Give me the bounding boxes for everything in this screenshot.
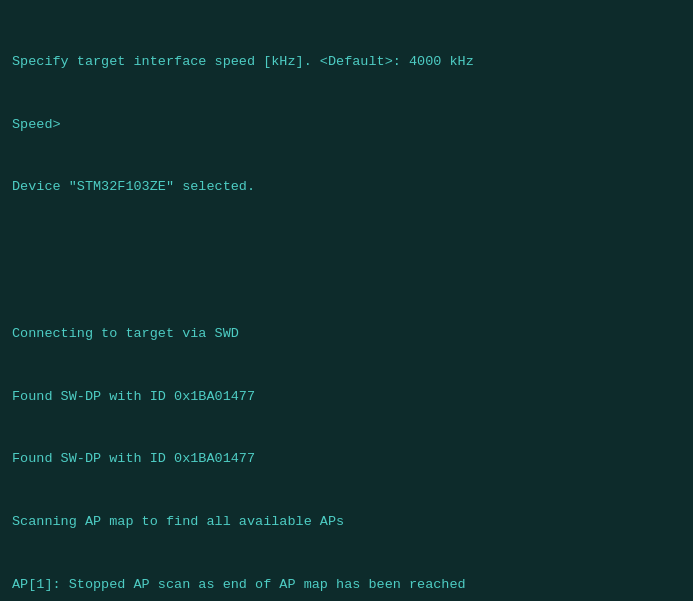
- line-9: Scanning AP map to find all available AP…: [12, 512, 681, 533]
- line-6: Connecting to target via SWD: [12, 324, 681, 345]
- line-2: Speed>: [12, 115, 681, 136]
- line-10: AP[1]: Stopped AP scan as end of AP map …: [12, 575, 681, 596]
- line-1: Specify target interface speed [kHz]. <D…: [12, 52, 681, 73]
- line-8: Found SW-DP with ID 0x1BA01477: [12, 449, 681, 470]
- terminal-window[interactable]: Specify target interface speed [kHz]. <D…: [0, 0, 693, 601]
- line-7: Found SW-DP with ID 0x1BA01477: [12, 387, 681, 408]
- line-3: Device "STM32F103ZE" selected.: [12, 177, 681, 198]
